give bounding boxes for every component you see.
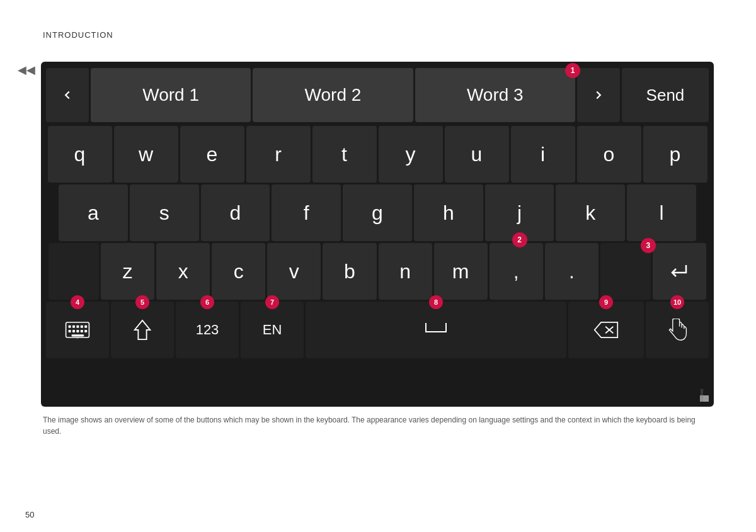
keyboard-toggle-button[interactable]: 4 bbox=[46, 302, 109, 358]
key-x[interactable]: x bbox=[156, 243, 210, 300]
key-a[interactable]: a bbox=[59, 184, 128, 241]
space-badge: 8 bbox=[429, 295, 443, 309]
send-button[interactable]: Send bbox=[622, 68, 709, 122]
key-comma[interactable]: , bbox=[490, 243, 543, 300]
svg-rect-7 bbox=[72, 330, 75, 332]
svg-rect-4 bbox=[81, 325, 83, 328]
svg-rect-1 bbox=[69, 325, 71, 328]
key-j[interactable]: j 2 bbox=[485, 184, 554, 241]
key-d[interactable]: d bbox=[201, 184, 270, 241]
key-blank-left bbox=[49, 243, 99, 300]
suggestion-word-1[interactable]: Word 1 bbox=[91, 68, 251, 122]
caption: The image shows an overview of some of t… bbox=[43, 414, 711, 437]
backspace-button[interactable]: 9 bbox=[568, 302, 644, 358]
key-n[interactable]: n bbox=[379, 243, 432, 300]
key-b[interactable]: b bbox=[323, 243, 376, 300]
key-blank-right: 3 bbox=[600, 243, 651, 300]
svg-rect-2 bbox=[72, 325, 75, 328]
key-l[interactable]: l bbox=[627, 184, 696, 241]
suggestion-word-2[interactable]: Word 2 bbox=[253, 68, 413, 122]
key-row-qwerty: q w e r t y u i o p bbox=[46, 126, 709, 183]
language-button[interactable]: 7 EN bbox=[241, 302, 304, 358]
key-o[interactable]: o bbox=[577, 126, 641, 183]
quote-mark: ◀◀ bbox=[18, 63, 35, 77]
shift-badge: 5 bbox=[135, 295, 149, 309]
j-key-badge: 2 bbox=[512, 232, 527, 247]
key-row-asdf: a s d f g h j 2 k l bbox=[46, 184, 709, 241]
key-w[interactable]: w bbox=[114, 126, 178, 183]
key-i[interactable]: i bbox=[511, 126, 575, 183]
svg-rect-5 bbox=[84, 325, 87, 328]
key-period[interactable]: . bbox=[545, 243, 598, 300]
key-g[interactable]: g bbox=[343, 184, 412, 241]
watermark: G005092 bbox=[700, 395, 709, 402]
key-v[interactable]: v bbox=[267, 243, 321, 300]
shift-button[interactable]: 5 bbox=[111, 302, 174, 358]
suggestion-word-3[interactable]: Word 3 1 bbox=[415, 68, 575, 122]
key-q[interactable]: q bbox=[48, 126, 112, 183]
svg-rect-9 bbox=[81, 330, 83, 332]
svg-rect-6 bbox=[69, 330, 71, 332]
key-f[interactable]: f bbox=[272, 184, 341, 241]
page-header: INTRODUCTION bbox=[43, 30, 113, 40]
space-button[interactable]: 8 bbox=[306, 302, 566, 358]
next-suggestion-button[interactable] bbox=[577, 68, 620, 122]
prev-suggestion-button[interactable] bbox=[46, 68, 89, 122]
enter-key-badge: 3 bbox=[641, 238, 656, 253]
key-row-special: 4 bbox=[46, 302, 709, 358]
pointer-badge: 10 bbox=[670, 295, 684, 309]
svg-rect-3 bbox=[76, 325, 79, 328]
svg-marker-13 bbox=[135, 320, 151, 339]
backspace-badge: 9 bbox=[599, 295, 613, 309]
numbers-badge: 6 bbox=[200, 295, 214, 309]
pointer-button[interactable]: 10 bbox=[646, 302, 709, 358]
key-z[interactable]: z bbox=[101, 243, 154, 300]
key-k[interactable]: k bbox=[556, 184, 625, 241]
key-t[interactable]: t bbox=[312, 126, 377, 183]
page-number: 50 bbox=[25, 510, 34, 519]
keyboard-rows: q w e r t y u i o p a s d f g h j 2 k l bbox=[46, 126, 709, 358]
svg-rect-10 bbox=[84, 330, 87, 332]
key-enter[interactable] bbox=[653, 243, 706, 300]
key-e[interactable]: e bbox=[180, 126, 244, 183]
suggestion-bar: Word 1 Word 2 Word 3 1 Send bbox=[46, 67, 709, 123]
key-p[interactable]: p bbox=[643, 126, 707, 183]
key-s[interactable]: s bbox=[130, 184, 199, 241]
word3-badge: 1 bbox=[565, 63, 580, 78]
numbers-button[interactable]: 6 123 bbox=[176, 302, 239, 358]
key-r[interactable]: r bbox=[246, 126, 311, 183]
key-c[interactable]: c bbox=[212, 243, 265, 300]
key-u[interactable]: u bbox=[445, 126, 509, 183]
key-y[interactable]: y bbox=[379, 126, 443, 183]
keyboard-badge: 4 bbox=[71, 295, 84, 309]
svg-rect-8 bbox=[76, 330, 79, 332]
key-m[interactable]: m bbox=[434, 243, 488, 300]
keyboard-container: Word 1 Word 2 Word 3 1 Send q w e r bbox=[41, 62, 714, 407]
key-h[interactable]: h bbox=[414, 184, 483, 241]
language-badge: 7 bbox=[265, 295, 279, 309]
svg-rect-11 bbox=[71, 334, 84, 336]
key-row-zxcv: z x c v b n m , . 3 bbox=[46, 243, 709, 300]
